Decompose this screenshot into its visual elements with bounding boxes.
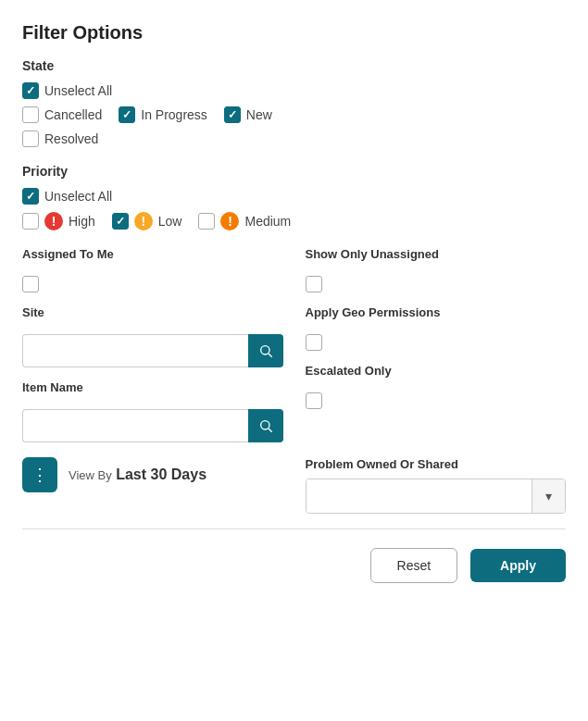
medium-priority-icon: ! <box>220 212 239 230</box>
state-resolved-label: Resolved <box>44 131 98 146</box>
state-in-progress-checkbox[interactable] <box>119 106 135 123</box>
priority-medium[interactable]: ! Medium <box>198 212 291 230</box>
high-priority-icon: ! <box>44 212 63 230</box>
priority-low[interactable]: ! Low <box>112 212 182 230</box>
item-name-input-group <box>22 409 283 442</box>
footer-buttons: Reset Apply <box>22 548 566 583</box>
state-cancelled-label: Cancelled <box>44 107 102 122</box>
state-cancelled-checkbox[interactable] <box>22 106 39 123</box>
fields-grid: Assigned To Me Site Item Name <box>22 247 566 442</box>
priority-medium-label: Medium <box>244 214 291 229</box>
problem-owned-select[interactable]: ▾ <box>306 479 567 514</box>
state-new[interactable]: New <box>224 106 272 123</box>
show-only-unassigned-checkbox[interactable] <box>306 276 322 292</box>
priority-unselect-all[interactable]: Unselect All <box>22 188 112 205</box>
priority-medium-checkbox[interactable] <box>198 213 215 230</box>
show-only-unassigned-label: Show Only Unassigned <box>306 247 567 261</box>
left-column: Assigned To Me Site Item Name <box>22 247 283 442</box>
dropdown-arrow-icon[interactable]: ▾ <box>532 479 565 513</box>
item-name-search-button[interactable] <box>248 409 283 442</box>
state-unselect-all-checkbox[interactable] <box>22 82 39 99</box>
apply-button[interactable]: Apply <box>470 549 566 582</box>
state-resolved[interactable]: Resolved <box>22 131 98 147</box>
item-name-field: Item Name <box>22 380 283 442</box>
low-priority-icon: ! <box>134 212 153 230</box>
priority-section: Priority Unselect All ! High ! Low ! Med… <box>22 164 566 230</box>
state-cancelled[interactable]: Cancelled <box>22 106 102 123</box>
escalated-only-checkbox[interactable] <box>306 392 322 409</box>
state-label: State <box>22 58 566 73</box>
page-title: Filter Options <box>22 22 566 44</box>
assigned-to-me-field: Assigned To Me <box>22 247 283 292</box>
view-by-label: View By <box>69 468 112 482</box>
apply-geo-permissions-label: Apply Geo Permissions <box>306 305 567 319</box>
problem-owned-label: Problem Owned Or Shared <box>306 457 567 471</box>
problem-owned-field: Problem Owned Or Shared ▾ <box>306 457 567 514</box>
svg-point-0 <box>260 346 269 354</box>
show-only-unassigned-field: Show Only Unassigned <box>306 247 567 292</box>
assigned-to-me-checkbox[interactable] <box>22 276 39 292</box>
escalated-only-field: Escalated Only <box>306 364 567 409</box>
svg-line-3 <box>269 429 272 432</box>
divider <box>22 528 566 529</box>
state-unselect-all[interactable]: Unselect All <box>22 82 112 99</box>
state-new-checkbox[interactable] <box>224 106 241 123</box>
item-name-input[interactable] <box>22 409 248 442</box>
site-search-button[interactable] <box>248 334 283 367</box>
search-icon <box>258 343 273 358</box>
bottom-row: ⋮ View By Last 30 Days Problem Owned Or … <box>22 457 566 514</box>
priority-unselect-all-checkbox[interactable] <box>22 188 39 205</box>
priority-unselect-all-label: Unselect All <box>44 189 112 204</box>
view-by-icon-symbol: ⋮ <box>31 465 48 485</box>
item-name-label: Item Name <box>22 380 283 394</box>
apply-geo-permissions-field: Apply Geo Permissions <box>306 305 567 351</box>
site-input-group <box>22 334 283 367</box>
assigned-to-me-label: Assigned To Me <box>22 247 283 261</box>
site-input[interactable] <box>22 334 248 367</box>
state-in-progress-label: In Progress <box>141 107 207 122</box>
view-by-value: Last 30 Days <box>116 466 206 482</box>
svg-line-1 <box>269 354 272 357</box>
problem-owned-input[interactable] <box>307 479 532 513</box>
priority-low-label: Low <box>158 214 182 229</box>
state-in-progress[interactable]: In Progress <box>119 106 207 123</box>
priority-high[interactable]: ! High <box>22 212 95 230</box>
apply-geo-permissions-checkbox[interactable] <box>306 334 322 351</box>
right-column: Show Only Unassigned Apply Geo Permissio… <box>306 247 567 442</box>
priority-high-label: High <box>69 214 95 229</box>
reset-button[interactable]: Reset <box>370 548 458 583</box>
state-new-label: New <box>246 107 272 122</box>
priority-label: Priority <box>22 164 566 179</box>
view-by-icon: ⋮ <box>22 457 57 492</box>
escalated-only-label: Escalated Only <box>306 364 567 378</box>
site-label: Site <box>22 305 283 319</box>
priority-high-checkbox[interactable] <box>22 213 39 230</box>
view-by-block: ⋮ View By Last 30 Days <box>22 457 283 492</box>
state-section: State Unselect All Cancelled In Progress… <box>22 58 566 147</box>
view-by-field: ⋮ View By Last 30 Days <box>22 457 283 514</box>
state-resolved-checkbox[interactable] <box>22 131 39 147</box>
view-by-text-block: View By Last 30 Days <box>69 466 206 483</box>
site-field: Site <box>22 305 283 367</box>
search-icon <box>258 418 273 433</box>
svg-point-2 <box>260 421 269 429</box>
priority-low-checkbox[interactable] <box>112 213 129 230</box>
state-unselect-all-label: Unselect All <box>44 83 112 98</box>
